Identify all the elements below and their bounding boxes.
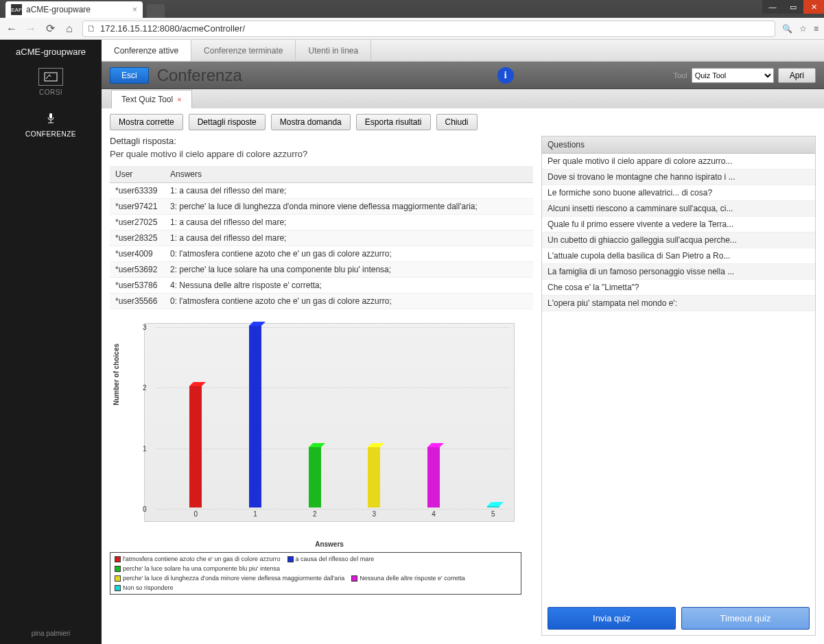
question-item[interactable]: Quale fu il primo essere vivente a veder… bbox=[542, 217, 815, 232]
page-title: Conferenza bbox=[157, 66, 242, 85]
cell-user: *user97421 bbox=[110, 199, 165, 215]
window-minimize[interactable]: — bbox=[762, 0, 783, 14]
legend-item: l'atmosfera contiene azoto che e' un gas… bbox=[115, 556, 281, 562]
table-row: *user40090: l'atmosfera contiene azoto c… bbox=[110, 246, 533, 262]
sidebar-user: pina palmieri bbox=[32, 630, 71, 637]
chiudi-button[interactable]: Chiudi bbox=[436, 114, 478, 130]
window-maximize[interactable]: ▭ bbox=[783, 0, 803, 14]
chart-ylabel: Number of choices bbox=[113, 344, 120, 405]
legend-swatch bbox=[287, 556, 294, 562]
esporta-button[interactable]: Esporta risultati bbox=[356, 114, 431, 130]
search-icon[interactable]: 🔍 bbox=[782, 24, 792, 34]
table-row: *user355660: l'atmosfera contiene azoto … bbox=[110, 294, 533, 309]
cell-answer: 1: a causa del riflesso del mare; bbox=[165, 183, 533, 199]
legend-label: Nessuna delle altre risposte e' corretta bbox=[360, 575, 464, 582]
sub-tab-quiz[interactable]: Text Quiz Tool × bbox=[111, 90, 192, 108]
toolbar: Esci Conferenza i Tool Quiz Tool Apri bbox=[102, 62, 824, 89]
sidebar-item-conferenze[interactable]: CONFERENZE bbox=[25, 110, 76, 138]
dettagli-risposte-button[interactable]: Dettagli risposte bbox=[189, 114, 266, 130]
cell-user: *user28325 bbox=[110, 230, 165, 246]
new-tab-button[interactable] bbox=[147, 4, 165, 18]
chart-bar bbox=[309, 447, 321, 508]
table-row: *user283251: a causa del riflesso del ma… bbox=[110, 230, 533, 246]
sidebar: aCME-groupware CORSI CONFERENZE pina pal… bbox=[0, 40, 102, 644]
browser-tab[interactable]: EAF aCME-groupware × bbox=[5, 1, 143, 18]
question-item[interactable]: Un cubetto di ghiaccio galleggia sull'ac… bbox=[542, 232, 815, 248]
question-item[interactable]: Le formiche sono buone allevatrici... di… bbox=[542, 185, 815, 201]
window-close[interactable]: ✕ bbox=[803, 0, 824, 14]
tab-utenti[interactable]: Utenti in linea bbox=[296, 40, 371, 61]
apri-button[interactable]: Apri bbox=[778, 68, 816, 83]
close-sub-tab-icon[interactable]: × bbox=[177, 95, 181, 104]
th-user: User bbox=[110, 166, 165, 183]
esci-button[interactable]: Esci bbox=[110, 67, 149, 84]
forward-icon[interactable]: → bbox=[25, 23, 37, 35]
mostra-corrette-button[interactable]: Mostra corrette bbox=[110, 114, 183, 130]
cell-answer: 2: perche' la luce solare ha una compone… bbox=[165, 262, 533, 278]
chart-xtick: 0 bbox=[194, 510, 198, 518]
chart-xtick: 5 bbox=[491, 510, 495, 518]
chart-xtick: 3 bbox=[373, 510, 377, 518]
legend-swatch bbox=[115, 575, 121, 582]
chart-ytick: 2 bbox=[143, 384, 147, 392]
question-item[interactable]: Che cosa e' la "Limetta"? bbox=[542, 280, 815, 296]
cell-answer: 0: l'atmosfera contiene azoto che e' un … bbox=[165, 246, 533, 262]
main-tabs: Conferenze attive Conferenze terminate U… bbox=[102, 40, 824, 62]
back-icon[interactable]: ← bbox=[5, 23, 18, 35]
sidebar-item-corsi[interactable]: CORSI bbox=[38, 68, 63, 96]
browser-tab-strip: EAF aCME-groupware × bbox=[0, 0, 824, 18]
table-row: *user536922: perche' la luce solare ha u… bbox=[110, 262, 533, 278]
question-item[interactable]: Dove si trovano le montagne che hanno is… bbox=[542, 169, 815, 185]
mostra-domanda-button[interactable]: Mostra domanda bbox=[271, 114, 351, 130]
questions-list: Per quale motivo il cielo appare di colo… bbox=[542, 154, 815, 601]
url-input[interactable]: 🗋 172.16.15.112:8080/acmeController/ bbox=[82, 21, 775, 37]
info-icon[interactable]: i bbox=[497, 67, 514, 84]
bookmark-icon[interactable]: ☆ bbox=[799, 24, 807, 34]
legend-swatch bbox=[351, 575, 357, 582]
browser-chrome: — ▭ ✕ EAF aCME-groupware × ← → ⟳ ⌂ 🗋 172… bbox=[0, 0, 824, 40]
question-item[interactable]: L'opera piu' stampata nel mondo e': bbox=[542, 296, 815, 311]
menu-icon[interactable]: ≡ bbox=[814, 24, 819, 34]
conferenze-icon bbox=[38, 110, 63, 128]
chart-legend: l'atmosfera contiene azoto che e' un gas… bbox=[110, 552, 521, 595]
table-row: *user270251: a causa del riflesso del ma… bbox=[110, 215, 533, 230]
tab-close-icon[interactable]: × bbox=[132, 5, 137, 14]
question-item[interactable]: Per quale motivo il cielo appare di colo… bbox=[542, 154, 815, 169]
answers-table: User Answers *user633391: a causa del ri… bbox=[110, 166, 533, 309]
tab-conferenze-terminate[interactable]: Conferenze terminate bbox=[191, 40, 296, 61]
tool-select[interactable]: Quiz Tool bbox=[692, 68, 774, 83]
browser-tab-title: aCME-groupware bbox=[26, 5, 91, 14]
th-answers: Answers bbox=[165, 166, 533, 183]
chart: Number of choices 0123012345 Answers l'a… bbox=[110, 316, 533, 595]
cell-answer: 3: perche' la luce di lunghezza d'onda m… bbox=[165, 199, 533, 215]
invia-quiz-button[interactable]: Invia quiz bbox=[548, 607, 676, 630]
main-area: Conferenze attive Conferenze terminate U… bbox=[102, 40, 824, 644]
legend-item: Nessuna delle altre risposte e' corretta bbox=[351, 575, 464, 582]
legend-item: perche' la luce di lunghezza d'onda mino… bbox=[115, 575, 344, 582]
tab-conferenze-attive[interactable]: Conferenze attive bbox=[102, 40, 191, 61]
chart-bar bbox=[249, 326, 261, 508]
chart-bar bbox=[487, 506, 499, 508]
legend-label: perche' la luce di lunghezza d'onda mino… bbox=[123, 575, 344, 582]
legend-swatch bbox=[115, 556, 121, 562]
home-icon[interactable]: ⌂ bbox=[63, 23, 75, 35]
chart-bar bbox=[427, 447, 440, 508]
legend-label: a causa del riflesso del mare bbox=[296, 556, 375, 562]
timeout-quiz-button[interactable]: Timeout quiz bbox=[681, 607, 810, 630]
questions-panel: Questions Per quale motivo il cielo appa… bbox=[541, 136, 816, 636]
sub-tabs: Text Quiz Tool × bbox=[102, 89, 824, 108]
cell-user: *user53786 bbox=[110, 278, 165, 294]
question-item[interactable]: La famiglia di un famoso personaggio vis… bbox=[542, 264, 815, 280]
detail-heading: Dettagli risposta: bbox=[110, 136, 533, 146]
cell-user: *user63339 bbox=[110, 183, 165, 199]
cell-user: *user27025 bbox=[110, 215, 165, 230]
legend-label: Non so rispondere bbox=[123, 584, 174, 591]
question-item[interactable]: Alcuni insetti riescono a camminare sull… bbox=[542, 201, 815, 217]
cell-user: *user35566 bbox=[110, 294, 165, 309]
legend-swatch bbox=[115, 585, 121, 591]
question-item[interactable]: L'attuale cupola della basilica di San P… bbox=[542, 248, 815, 264]
table-row: *user633391: a causa del riflesso del ma… bbox=[110, 183, 533, 199]
reload-icon[interactable]: ⟳ bbox=[44, 23, 56, 35]
chart-xtick: 4 bbox=[432, 510, 436, 518]
sidebar-label: CORSI bbox=[39, 88, 62, 96]
